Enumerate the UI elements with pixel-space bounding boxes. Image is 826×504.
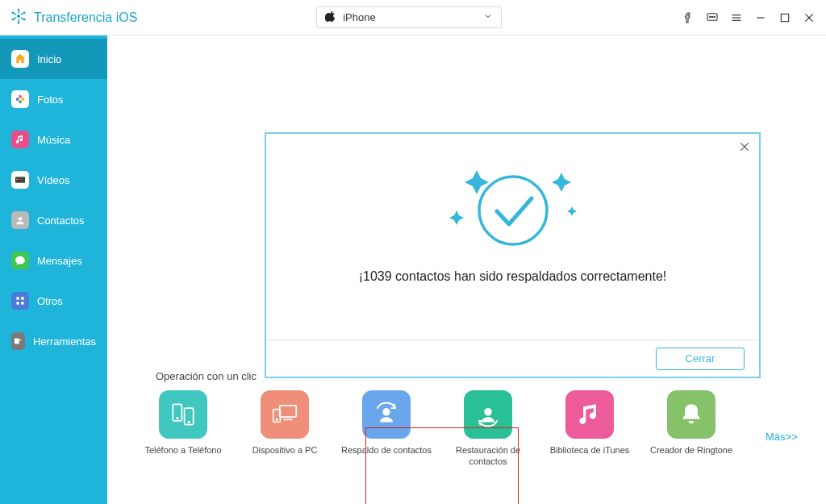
svg-point-46 [177,418,178,419]
minimize-icon[interactable] [753,10,768,25]
op-ringtone-maker[interactable]: Creador de Ringtone [664,390,719,456]
op-label: Respaldo de contactos [338,445,435,456]
svg-point-10 [11,18,14,20]
svg-point-12 [23,11,26,14]
contact-restore-icon [464,390,512,439]
svg-point-47 [188,422,190,423]
app-title: Transferencia iOS [34,10,137,25]
op-label: Teléfono a Teléfono [135,445,232,456]
ringtone-icon [667,390,715,439]
titlebar: Transferencia iOS iPhone [0,0,826,35]
svg-point-43 [479,177,547,244]
op-label: Creador de Ringtone [643,445,740,456]
sidebar-item-mensajes[interactable]: Mensajes [0,240,107,281]
sidebar-item-label: Fotos [37,94,64,106]
success-checkmark-icon [432,150,594,255]
svg-point-35 [19,217,23,221]
svg-point-26 [21,98,24,101]
sidebar-item-label: Mensajes [37,255,82,267]
op-device-to-pc[interactable]: Dispositivo a PC [257,390,312,456]
messages-icon [11,252,29,269]
window-close-icon[interactable] [802,10,816,25]
more-link[interactable]: Más>> [766,431,798,443]
op-label: Dispositivo a PC [236,445,333,456]
svg-rect-21 [781,14,788,21]
op-label: Biblioteca de iTunes [541,445,638,456]
chevron-down-icon [483,11,493,23]
svg-rect-30 [15,177,25,177]
sidebar-item-contactos[interactable]: Contactos [0,200,107,240]
sidebar-item-label: Otros [37,295,63,307]
svg-rect-38 [16,302,19,305]
maximize-icon[interactable] [778,10,792,25]
videos-icon [11,171,29,189]
others-icon [11,292,29,310]
main-content: ¡1039 contactos han sido respaldados cor… [107,35,826,504]
svg-point-4 [18,21,20,23]
home-icon [11,50,29,68]
sidebar-item-musica[interactable]: Música [0,119,107,160]
facebook-icon[interactable] [681,10,695,25]
svg-point-16 [714,16,715,17]
app-logo-icon [10,7,27,28]
tools-icon [11,332,25,350]
svg-point-28 [16,98,19,101]
svg-point-53 [484,408,492,415]
svg-rect-48 [280,406,297,417]
svg-point-15 [711,16,712,17]
sidebar-item-label: Inicio [37,53,61,65]
op-contact-restore[interactable]: Restauración de contactos [461,390,515,468]
photos-icon [11,90,29,108]
contact-backup-icon [362,390,411,439]
sidebar-item-label: Herramientas [33,335,96,348]
device-label: iPhone [343,11,375,23]
op-itunes-library[interactable]: Biblioteca de iTunes [562,390,617,456]
one-click-heading: Operación con un clic [156,370,811,382]
sidebar: Inicio Fotos Música Vídeos [0,35,107,504]
sidebar-item-inicio[interactable]: Inicio [0,39,107,79]
sidebar-item-otros[interactable]: Otros [0,281,107,321]
titlebar-right [681,10,816,25]
device-to-pc-icon [261,390,309,439]
svg-point-52 [382,408,390,415]
svg-point-27 [19,100,22,103]
svg-rect-37 [21,297,24,300]
music-icon [11,131,29,148]
svg-point-0 [17,14,20,17]
svg-rect-39 [21,302,24,305]
modal-close-icon[interactable] [738,140,751,156]
one-click-section: Operación con un clic Teléfono a Teléfon… [156,370,811,468]
titlebar-left: Transferencia iOS [10,7,137,28]
svg-rect-40 [15,339,19,344]
sidebar-item-label: Contactos [37,215,85,227]
itunes-icon [565,390,614,439]
success-message: ¡1039 contactos han sido respaldados cor… [359,269,667,284]
phone-to-phone-icon [159,390,207,439]
contacts-icon [11,211,29,229]
feedback-icon[interactable] [705,10,720,25]
sidebar-item-label: Vídeos [37,174,69,186]
device-selector[interactable]: iPhone [316,6,502,28]
success-modal: ¡1039 contactos han sido respaldados cor… [265,132,761,378]
svg-point-6 [11,11,14,14]
sidebar-item-videos[interactable]: Vídeos [0,160,107,200]
svg-point-51 [276,419,277,421]
svg-point-8 [23,18,26,20]
svg-rect-31 [15,182,25,183]
sidebar-item-fotos[interactable]: Fotos [0,79,107,119]
svg-point-2 [18,8,20,10]
sidebar-item-herramientas[interactable]: Herramientas [0,321,107,361]
svg-point-14 [710,16,711,17]
apple-icon [325,10,336,24]
op-contact-backup[interactable]: Respaldo de contactos [359,390,414,456]
op-label: Restauración de contactos [440,445,536,468]
modal-close-button[interactable]: Cerrar [656,348,745,370]
svg-rect-36 [16,297,19,300]
sidebar-item-label: Música [37,134,70,146]
op-phone-to-phone[interactable]: Teléfono a Teléfono [156,390,211,456]
svg-point-25 [19,95,22,98]
menu-icon[interactable] [729,10,744,25]
